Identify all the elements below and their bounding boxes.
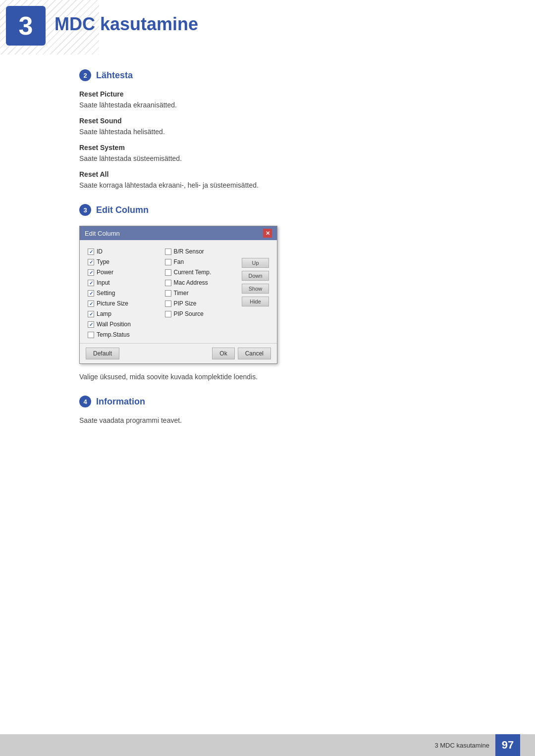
check-type-label: Type [97,258,109,265]
check-id: ✓ ID [88,248,160,255]
reset-system-block: Reset System Saate lähtestada süsteemisä… [79,144,456,162]
check-power-label: Power [97,269,113,276]
checkbox-picture-size[interactable]: ✓ [88,301,94,307]
check-input: ✓ Input [88,279,160,286]
page-header: 3 MDC kasutamine [0,0,535,54]
check-fan-label: Fan [174,258,184,265]
section4-body: Saate vaadata programmi teavet. [79,416,456,424]
reset-picture-block: Reset Picture Saate lähtestada ekraanisä… [79,90,456,109]
check-fan: Fan [165,258,237,265]
dialog-wrapper: Edit Column ✕ ✓ ID ✓ Type [79,226,456,364]
check-pip-size-label: PIP Size [174,300,197,307]
check-temp-status-label: Temp.Status [97,331,130,338]
hide-button[interactable]: Hide [242,297,269,306]
check-current-temp-label: Current Temp. [174,269,212,276]
checkbox-id[interactable]: ✓ [88,249,94,255]
section-edit-column: 3 Edit Column Edit Column ✕ ✓ ID [79,204,456,381]
check-mac-address: Mac Address [165,279,237,286]
checkbox-temp-status[interactable] [88,332,94,338]
dialog-side-buttons: Up Down Show Hide [242,248,269,338]
section4-heading: 4 Information [79,396,456,407]
check-id-label: ID [97,248,103,255]
dialog-body: ✓ ID ✓ Type ✓ Power ✓ In [80,240,277,343]
reset-all-body: Saate korraga lähtestada ekraani-, heli-… [79,181,456,189]
section3-title: Edit Column [96,205,149,215]
reset-all-block: Reset All Saate korraga lähtestada ekraa… [79,170,456,189]
checkbox-wall-position[interactable]: ✓ [88,321,94,328]
check-input-label: Input [97,279,110,286]
checkbox-lamp[interactable]: ✓ [88,311,94,317]
section3-body: Valige üksused, mida soovite kuvada komp… [79,373,456,381]
page-footer: 3 MDC kasutamine 97 [0,734,535,756]
check-pip-source: PIP Source [165,310,237,317]
section-information: 4 Information Saate vaadata programmi te… [79,396,456,424]
checkbox-pip-source[interactable] [165,311,171,317]
chapter-title: MDC kasutamine [54,14,198,35]
content-area: 2 Lähtesta Reset Picture Saate lähtestad… [0,69,535,424]
ok-button[interactable]: Ok [212,348,234,359]
reset-system-body: Saate lähtestada süsteemisätted. [79,154,456,162]
checkbox-br-sensor[interactable] [165,249,171,255]
check-lamp-label: Lamp [97,310,111,317]
check-wall-position-label: Wall Position [97,321,131,328]
reset-sound-block: Reset Sound Saate lähtestada helisätted. [79,117,456,136]
checkbox-pip-size[interactable] [165,301,171,307]
check-wall-position: ✓ Wall Position [88,321,160,328]
show-button[interactable]: Show [242,284,269,294]
reset-all-heading: Reset All [79,170,456,178]
check-br-sensor: B/R Sensor [165,248,237,255]
dialog-footer: Default Ok Cancel [80,343,277,363]
check-picture-size: ✓ Picture Size [88,300,160,307]
section3-heading: 3 Edit Column [79,204,456,216]
edit-column-dialog: Edit Column ✕ ✓ ID ✓ Type [79,226,277,364]
check-pip-source-label: PIP Source [174,310,204,317]
check-setting-label: Setting [97,290,115,297]
check-timer-label: Timer [174,290,189,297]
checkbox-power[interactable]: ✓ [88,269,94,276]
checkbox-type[interactable]: ✓ [88,259,94,265]
section2-circle: 2 [79,69,91,81]
section2-title: Lähtesta [96,70,133,81]
check-picture-size-label: Picture Size [97,300,128,307]
check-temp-status: Temp.Status [88,331,160,338]
section3-circle: 3 [79,204,91,216]
section4-title: Information [96,397,145,407]
dialog-right-col: B/R Sensor Fan Current Temp. Mac Ad [165,248,237,338]
check-type: ✓ Type [88,258,160,265]
chapter-number: 3 [19,13,33,39]
check-timer: Timer [165,290,237,297]
reset-system-heading: Reset System [79,144,456,151]
footer-right-buttons: Ok Cancel [212,348,271,359]
reset-picture-body: Saate lähtestada ekraanisätted. [79,101,456,109]
down-button[interactable]: Down [242,271,269,281]
checkbox-fan[interactable] [165,259,171,265]
dialog-titlebar: Edit Column ✕ [80,226,277,240]
dialog-title: Edit Column [85,230,120,237]
footer-text: 3 MDC kasutamine [434,742,489,749]
section2-heading: 2 Lähtesta [79,69,456,81]
checkbox-setting[interactable]: ✓ [88,290,94,297]
up-button[interactable]: Up [242,258,269,268]
check-setting: ✓ Setting [88,290,160,297]
check-power: ✓ Power [88,269,160,276]
dialog-close-button[interactable]: ✕ [263,229,272,238]
check-pip-size: PIP Size [165,300,237,307]
check-br-sensor-label: B/R Sensor [174,248,204,255]
check-mac-address-label: Mac Address [174,279,208,286]
checkbox-current-temp[interactable] [165,269,171,276]
section4-circle: 4 [79,396,91,407]
chapter-box: 3 [6,6,46,46]
check-current-temp: Current Temp. [165,269,237,276]
dialog-left-col: ✓ ID ✓ Type ✓ Power ✓ In [88,248,160,338]
cancel-button[interactable]: Cancel [238,348,271,359]
checkbox-input[interactable]: ✓ [88,280,94,286]
check-lamp: ✓ Lamp [88,310,160,317]
section-lahtesta: 2 Lähtesta Reset Picture Saate lähtestad… [79,69,456,189]
default-button[interactable]: Default [86,348,119,359]
reset-sound-heading: Reset Sound [79,117,456,125]
reset-picture-heading: Reset Picture [79,90,456,98]
reset-sound-body: Saate lähtestada helisätted. [79,128,456,136]
page-number: 97 [495,734,520,756]
checkbox-mac-address[interactable] [165,280,171,286]
checkbox-timer[interactable] [165,290,171,297]
